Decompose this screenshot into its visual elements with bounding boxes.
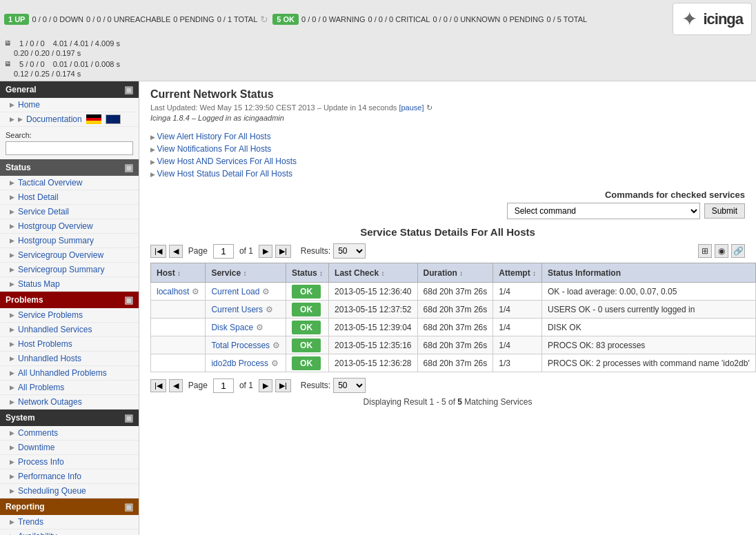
matching-count: 5	[457, 397, 462, 407]
sidebar-item-servicegroup-overview[interactable]: Servicegroup Overview	[0, 248, 139, 263]
bottom-next-page-btn[interactable]: ▶	[259, 379, 272, 392]
up-badge[interactable]: 1 UP	[4, 14, 29, 25]
col-service[interactable]: Service ↕	[206, 263, 286, 283]
service-gear-icon[interactable]: ⚙	[266, 305, 273, 314]
refresh-icon[interactable]: ↻	[260, 14, 268, 25]
link-alert-history[interactable]: View Alert History For All Hosts	[157, 132, 271, 141]
ok-badge[interactable]: 5 OK	[272, 14, 299, 25]
command-select[interactable]: Select command	[507, 203, 700, 219]
host-sort-icon[interactable]: ↕	[177, 270, 181, 277]
results-select[interactable]: 50 100 All	[333, 243, 366, 259]
collapse-problems-btn[interactable]: ▣	[124, 294, 133, 305]
host-gear-icon[interactable]: ⚙	[192, 287, 199, 296]
sidebar-item-downtime[interactable]: Downtime	[0, 441, 139, 455]
sidebar-item-availability[interactable]: Availability	[0, 529, 139, 535]
link-notifications[interactable]: View Notifications For All Hosts	[157, 144, 272, 154]
host-cell	[151, 354, 206, 372]
sidebar-item-comments[interactable]: Comments	[0, 426, 139, 441]
sidebar-item-hostgroup-overview[interactable]: Hostgroup Overview	[0, 219, 139, 234]
col-attempt[interactable]: Attempt ↕	[493, 263, 542, 283]
bottom-results-select[interactable]: 50 100 All	[333, 378, 366, 393]
col-last-check[interactable]: Last Check ↕	[329, 263, 417, 283]
table-view-btn[interactable]: ⊞	[698, 244, 712, 258]
total-count: 0 / 1 TOTAL	[217, 15, 258, 23]
col-duration[interactable]: Duration ↕	[417, 263, 493, 283]
sidebar-item-performance-info[interactable]: Performance Info	[0, 470, 139, 484]
service-link[interactable]: Disk Space	[211, 323, 253, 332]
sidebar-item-service-problems[interactable]: Service Problems	[0, 308, 139, 323]
attempt-cell: 1/4	[493, 319, 542, 336]
pause-link[interactable]: [pause]	[399, 103, 424, 112]
sidebar-item-hostgroup-summary[interactable]: Hostgroup Summary	[0, 234, 139, 248]
bottom-first-page-btn[interactable]: |◀	[150, 379, 166, 392]
status-cell: OK	[286, 336, 329, 354]
col-host[interactable]: Host ↕	[151, 263, 206, 283]
service-sort-icon[interactable]: ↕	[243, 270, 246, 277]
sidebar-item-service-detail[interactable]: Service Detail	[0, 205, 139, 219]
logo-area: ✦ icinga	[673, 3, 752, 35]
last-check-sort-icon[interactable]: ↕	[381, 270, 384, 277]
sidebar-item-servicegroup-summary[interactable]: Servicegroup Summary	[0, 263, 139, 277]
collapse-reporting-btn[interactable]: ▣	[124, 501, 133, 512]
service-gear-icon[interactable]: ⚙	[272, 341, 280, 350]
page-label: Page	[188, 246, 208, 256]
last-page-btn[interactable]: ▶|	[275, 245, 291, 258]
service-table: Host ↕ Service ↕ Status ↕ Last Chec	[150, 263, 756, 372]
sidebar-item-tactical-overview[interactable]: Tactical Overview	[0, 176, 139, 190]
bottom-page-input[interactable]	[213, 378, 234, 393]
host-link[interactable]: localhost	[157, 287, 189, 296]
search-input[interactable]	[6, 141, 133, 155]
service-gear-icon[interactable]: ⚙	[262, 287, 270, 296]
host-cell: localhost⚙	[151, 283, 206, 301]
radio-view-btn[interactable]: ◉	[715, 244, 728, 258]
service-gear-icon[interactable]: ⚙	[271, 359, 279, 368]
service-link[interactable]: ido2db Process	[211, 359, 268, 368]
sidebar-item-home[interactable]: Home	[0, 98, 139, 112]
last-check-cell: 2013-05-15 12:37:52	[329, 301, 417, 319]
commands-section: Commands for checked services Select com…	[150, 190, 745, 219]
page-input[interactable]	[213, 244, 234, 259]
prev-page-btn[interactable]: ◀	[169, 245, 183, 258]
refresh-icon-small: ↻	[426, 103, 432, 112]
sidebar-item-host-detail[interactable]: Host Detail	[0, 190, 139, 205]
sidebar-item-network-outages[interactable]: Network Outages	[0, 395, 139, 410]
service-link[interactable]: Total Processes	[211, 341, 270, 350]
submit-button[interactable]: Submit	[704, 203, 745, 219]
link-view-btn[interactable]: 🔗	[731, 244, 745, 258]
attempt-sort-icon[interactable]: ↕	[533, 270, 536, 277]
col-status[interactable]: Status ↕	[286, 263, 329, 283]
quick-links: View Alert History For All Hosts View No…	[150, 130, 745, 180]
down-count: 0 / 0 / 0 DOWN	[32, 15, 83, 23]
sidebar-item-scheduling-queue[interactable]: Scheduling Queue	[0, 484, 139, 498]
last-check-cell: 2013-05-15 12:36:40	[329, 283, 417, 301]
host-cell	[151, 301, 206, 319]
flag-de-icon[interactable]	[86, 114, 101, 124]
collapse-status-btn[interactable]: ▣	[124, 162, 133, 173]
last-check-cell: 2013-05-15 12:39:04	[329, 319, 417, 336]
link-host-and-services[interactable]: View Host AND Services For All Hosts	[157, 157, 297, 166]
flag-uk-icon[interactable]	[106, 114, 121, 124]
duration-sort-icon[interactable]: ↕	[459, 270, 463, 277]
sidebar-item-documentation[interactable]: ▶ Documentation	[10, 114, 82, 124]
link-host-status-detail[interactable]: View Host Status Detail For All Hosts	[157, 169, 293, 179]
bottom-last-page-btn[interactable]: ▶|	[275, 379, 291, 392]
sidebar-item-unhandled-services[interactable]: Unhandled Services	[0, 323, 139, 337]
sidebar-item-status-map[interactable]: Status Map	[0, 277, 139, 292]
sidebar-item-process-info[interactable]: Process Info	[0, 455, 139, 470]
sidebar-item-host-problems[interactable]: Host Problems	[0, 337, 139, 352]
service-link[interactable]: Current Users	[211, 305, 263, 314]
service-link[interactable]: Current Load	[211, 287, 259, 296]
service-gear-icon[interactable]: ⚙	[256, 323, 263, 332]
bottom-prev-page-btn[interactable]: ◀	[169, 379, 183, 392]
collapse-general-btn[interactable]: ▣	[124, 84, 133, 95]
attempt-cell: 1/3	[493, 354, 542, 372]
sidebar-item-all-problems[interactable]: All Problems	[0, 381, 139, 395]
next-page-btn[interactable]: ▶	[259, 245, 272, 258]
sidebar-item-all-unhandled-problems[interactable]: All Unhandled Problems	[0, 366, 139, 381]
sidebar-item-unhandled-hosts[interactable]: Unhandled Hosts	[0, 352, 139, 366]
sidebar-item-trends[interactable]: Trends	[0, 515, 139, 529]
hosts-stat-2: 5 / 0 / 0	[19, 60, 45, 68]
first-page-btn[interactable]: |◀	[150, 245, 166, 258]
collapse-system-btn[interactable]: ▣	[124, 412, 133, 423]
status-sort-icon[interactable]: ↕	[319, 270, 323, 277]
